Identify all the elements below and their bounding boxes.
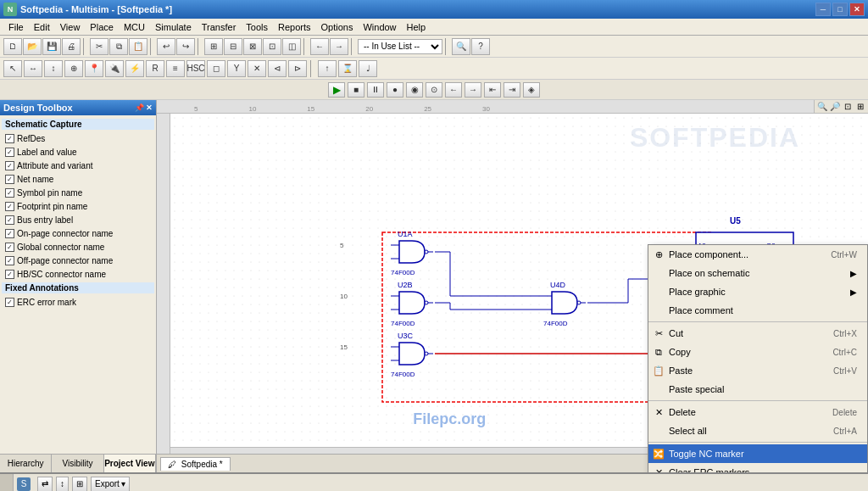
ctx-paste[interactable]: 📋 Paste Ctrl+V bbox=[648, 361, 867, 380]
tb2-15[interactable]: ⊳ bbox=[288, 60, 307, 77]
tab-hierarchy[interactable]: Hierarchy bbox=[0, 455, 52, 472]
sim3[interactable]: ⊙ bbox=[426, 82, 442, 98]
save-button[interactable]: 💾 bbox=[42, 38, 61, 55]
tb3[interactable]: ⊞ bbox=[204, 38, 223, 55]
sort-button[interactable]: ↕ bbox=[56, 477, 69, 492]
tb4[interactable]: ⊟ bbox=[224, 38, 242, 55]
ctx-delete[interactable]: ✕ Delete Delete bbox=[648, 403, 867, 421]
buslabel-checkbox[interactable] bbox=[5, 215, 14, 225]
stop-button[interactable]: ■ bbox=[348, 82, 364, 98]
minimize-button[interactable]: ─ bbox=[815, 3, 831, 16]
tb2-11[interactable]: ◻ bbox=[207, 60, 225, 77]
paste-button[interactable]: 📋 bbox=[129, 38, 147, 55]
tb2-1[interactable]: ↖ bbox=[3, 60, 22, 77]
menu-options[interactable]: Options bbox=[316, 20, 359, 34]
undo-button[interactable]: ↩ bbox=[157, 38, 175, 55]
table-button[interactable]: ⊞ bbox=[72, 477, 87, 492]
erc-checkbox[interactable] bbox=[5, 298, 14, 307]
transfer-button[interactable]: ⇄ bbox=[37, 477, 53, 492]
redo-button[interactable]: ↪ bbox=[176, 38, 195, 55]
sim7[interactable]: ⇥ bbox=[504, 82, 520, 98]
cut-button[interactable]: ✂ bbox=[90, 38, 108, 55]
zoom-out-button[interactable]: 🔎 bbox=[829, 101, 841, 113]
tb11[interactable]: ? bbox=[471, 38, 490, 55]
ctx-paste-special[interactable]: Paste special bbox=[648, 380, 867, 399]
refdes-checkbox[interactable] bbox=[5, 134, 14, 143]
tb5[interactable]: ⊠ bbox=[243, 38, 262, 55]
tb2-16[interactable]: ↑ bbox=[318, 60, 337, 77]
labelvalue-checkbox[interactable] bbox=[5, 148, 14, 157]
tb2-14[interactable]: ⊲ bbox=[268, 60, 287, 77]
tb2-3[interactable]: ↕ bbox=[44, 60, 63, 77]
menu-transfer[interactable]: Transfer bbox=[197, 20, 242, 34]
open-button[interactable]: 📂 bbox=[23, 38, 42, 55]
ctx-toggle-nc[interactable]: 🔀 Toggle NC marker bbox=[648, 444, 867, 463]
menu-simulate[interactable]: Simulate bbox=[150, 20, 197, 34]
ctx-place-on-schematic[interactable]: Place on schematic ▶ bbox=[648, 264, 867, 282]
tb6[interactable]: ⊡ bbox=[263, 38, 281, 55]
tb2-5[interactable]: 📍 bbox=[85, 60, 103, 77]
ctx-place-component[interactable]: ⊕ Place component... Ctrl+W bbox=[648, 245, 867, 264]
ctx-cut[interactable]: ✂ Cut Ctrl+X bbox=[648, 324, 867, 343]
tb2-17[interactable]: ⌛ bbox=[338, 60, 357, 77]
export-button[interactable]: Export ▾ bbox=[91, 477, 130, 492]
ctx-place-comment[interactable]: Place comment bbox=[648, 301, 867, 320]
onpage-checkbox[interactable] bbox=[5, 229, 14, 238]
new-button[interactable]: 🗋 bbox=[3, 38, 22, 55]
tb2-9[interactable]: ≡ bbox=[166, 60, 185, 77]
tab-project-view[interactable]: Project View bbox=[104, 455, 156, 472]
menu-reports[interactable]: Reports bbox=[273, 20, 316, 34]
attribute-checkbox[interactable] bbox=[5, 161, 14, 170]
menu-mcu[interactable]: MCU bbox=[119, 20, 150, 34]
menu-edit[interactable]: Edit bbox=[29, 20, 55, 34]
symbolpin-checkbox[interactable] bbox=[5, 188, 14, 198]
copy-button[interactable]: ⧉ bbox=[109, 38, 128, 55]
tb2-10[interactable]: HSC bbox=[186, 60, 205, 77]
play-button[interactable]: ▶ bbox=[328, 82, 345, 98]
tab-visibility[interactable]: Visibility bbox=[52, 455, 103, 472]
menu-tools[interactable]: Tools bbox=[241, 20, 273, 34]
ctx-clear-erc[interactable]: ✕ Clear ERC markers... bbox=[648, 463, 867, 472]
tb2-8[interactable]: R bbox=[146, 60, 164, 77]
tb8[interactable]: ← bbox=[310, 38, 329, 55]
offpage-checkbox[interactable] bbox=[5, 256, 14, 265]
tb2-12[interactable]: Y bbox=[227, 60, 246, 77]
toolbox-pin[interactable]: 📌 bbox=[135, 103, 144, 112]
tb2-7[interactable]: ⚡ bbox=[125, 60, 144, 77]
pause-button[interactable]: ⏸ bbox=[367, 82, 384, 98]
zoom-in-button[interactable]: 🔍 bbox=[816, 101, 828, 113]
maximize-button[interactable]: □ bbox=[832, 3, 848, 16]
menu-help[interactable]: Help bbox=[402, 20, 431, 34]
in-use-list[interactable]: -- In Use List -- bbox=[358, 39, 442, 54]
toolbox-close-icon[interactable]: ✕ bbox=[146, 103, 153, 112]
tb2-2[interactable]: ↔ bbox=[24, 60, 42, 77]
sim1[interactable]: ● bbox=[387, 82, 403, 98]
ctx-copy[interactable]: ⧉ Copy Ctrl+C bbox=[648, 343, 867, 361]
tb7[interactable]: ◫ bbox=[282, 38, 301, 55]
sim6[interactable]: ⇤ bbox=[484, 82, 501, 98]
ctx-place-graphic[interactable]: Place graphic ▶ bbox=[648, 282, 867, 301]
sim2[interactable]: ◉ bbox=[406, 82, 423, 98]
tb2-13[interactable]: ✕ bbox=[248, 60, 266, 77]
sim5[interactable]: → bbox=[465, 82, 481, 98]
tb2-4[interactable]: ⊕ bbox=[64, 60, 83, 77]
tb2-6[interactable]: 🔌 bbox=[105, 60, 124, 77]
tb10[interactable]: 🔍 bbox=[452, 38, 470, 55]
close-button[interactable]: ✕ bbox=[849, 3, 865, 16]
tb2-18[interactable]: ♩ bbox=[359, 60, 377, 77]
menu-file[interactable]: File bbox=[3, 20, 29, 34]
tb9[interactable]: → bbox=[330, 38, 348, 55]
netname-checkbox[interactable] bbox=[5, 175, 14, 184]
sim8[interactable]: ◈ bbox=[523, 82, 540, 98]
zoom-fit-button[interactable]: ⊡ bbox=[842, 101, 854, 113]
zoom-select-button[interactable]: ⊞ bbox=[854, 101, 866, 113]
print-button[interactable]: 🖨 bbox=[62, 38, 81, 55]
footprintpin-checkbox[interactable] bbox=[5, 202, 14, 211]
sim4[interactable]: ← bbox=[445, 82, 462, 98]
menu-window[interactable]: Window bbox=[358, 20, 401, 34]
global-checkbox[interactable] bbox=[5, 243, 14, 252]
ctx-select-all[interactable]: Select all Ctrl+A bbox=[648, 421, 867, 440]
menu-view[interactable]: View bbox=[55, 20, 86, 34]
schematic-tab-softpedia[interactable]: 🖊 Softpedia * bbox=[160, 457, 231, 471]
menu-place[interactable]: Place bbox=[85, 20, 119, 34]
